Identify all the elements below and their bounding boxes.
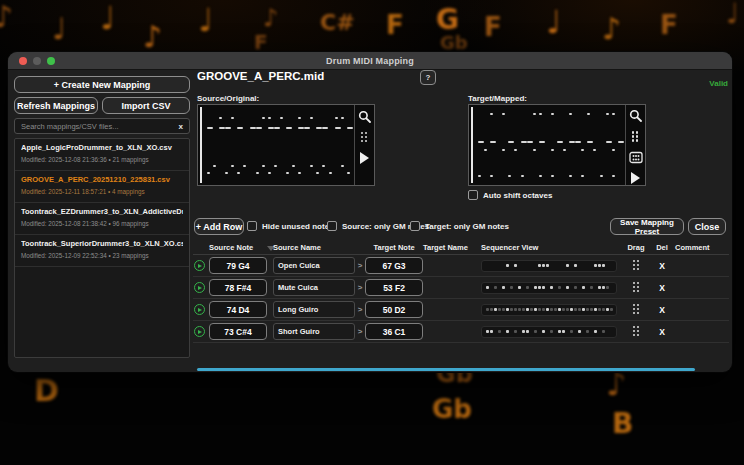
help-button[interactable]: ? xyxy=(420,70,436,85)
midi-note xyxy=(316,172,319,174)
sequencer-step-dot xyxy=(510,286,513,289)
music-note-glyph: ♪ xyxy=(263,6,278,30)
hide-unused-notes-option: Hide unused notes xyxy=(247,221,334,231)
hide-unused-notes-checkbox[interactable] xyxy=(247,221,257,231)
horizontal-scrollbar[interactable] xyxy=(197,368,695,371)
midi-note xyxy=(268,117,271,119)
music-note-glyph: F xyxy=(484,14,502,40)
target-only-gm-checkbox[interactable] xyxy=(410,221,420,231)
target-name-cell[interactable] xyxy=(423,301,481,318)
sequencer-view[interactable] xyxy=(481,304,617,316)
source-only-gm-checkbox[interactable] xyxy=(327,221,337,231)
midi-note xyxy=(237,172,240,174)
save-mapping-preset-button[interactable]: Save Mapping Preset xyxy=(610,218,684,235)
row-drag-handle[interactable] xyxy=(623,282,649,293)
mapping-list-item[interactable]: Toontrack_EZDrummer3_to_XLN_AddictiveDru… xyxy=(15,203,189,235)
target-piano-roll[interactable] xyxy=(468,104,646,186)
create-new-mapping-button[interactable]: + Create New Mapping xyxy=(14,76,190,93)
target-name-cell[interactable] xyxy=(423,323,481,340)
mapping-file-name: Apple_LogicProDrummer_to_XLN_XO.csv xyxy=(21,143,183,152)
midi-note xyxy=(347,172,350,174)
sequencer-step-dot xyxy=(578,330,581,333)
mapping-file-meta: Modified: 2025-12-08 21:36:36 • 21 mappi… xyxy=(21,156,183,163)
music-note-glyph: F xyxy=(660,12,678,38)
source-name-input[interactable]: Mute Cuica xyxy=(273,279,355,296)
drag-dots-icon[interactable] xyxy=(629,130,643,144)
magnifier-icon[interactable] xyxy=(358,109,372,123)
target-name-cell[interactable] xyxy=(423,257,481,274)
comment-cell[interactable] xyxy=(675,301,729,318)
col-drag[interactable]: Drag xyxy=(623,243,649,252)
sequencer-step-dot xyxy=(602,330,605,333)
row-delete-button[interactable]: X xyxy=(649,305,675,315)
row-play-button[interactable] xyxy=(194,260,205,271)
row-delete-button[interactable]: X xyxy=(649,283,675,293)
search-clear-button[interactable]: x xyxy=(177,122,185,131)
row-drag-handle[interactable] xyxy=(623,304,649,315)
drum-pad-icon[interactable] xyxy=(629,151,643,165)
magnifier-icon[interactable] xyxy=(629,109,643,123)
target-note-input[interactable]: 67 G3 xyxy=(365,257,423,274)
music-note-glyph: ♪ xyxy=(606,368,626,400)
target-note-input[interactable]: 50 D2 xyxy=(365,301,423,318)
target-note-input[interactable]: 36 C1 xyxy=(365,323,423,340)
source-note-input[interactable]: 79 G4 xyxy=(209,257,267,274)
target-name-cell[interactable] xyxy=(423,279,481,296)
col-source-name[interactable]: Source Name xyxy=(273,243,355,252)
sequencer-view[interactable] xyxy=(481,260,617,272)
mapping-file-name: Toontrack_EZDrummer3_to_XLN_AddictiveDru… xyxy=(21,207,183,216)
sequencer-view[interactable] xyxy=(481,326,617,338)
refresh-mappings-button[interactable]: Refresh Mappings xyxy=(14,97,98,114)
source-name-input[interactable]: Long Guiro xyxy=(273,301,355,318)
source-piano-roll[interactable] xyxy=(197,104,375,186)
col-del[interactable]: Del xyxy=(649,243,675,252)
table-row: 74 D4Long Guiro>50 D2X xyxy=(193,299,729,321)
source-note-input[interactable]: 74 D4 xyxy=(209,301,267,318)
table-row: 79 G4Open Cuica>67 G3X xyxy=(193,255,729,277)
comment-cell[interactable] xyxy=(675,323,729,340)
row-delete-button[interactable]: X xyxy=(649,327,675,337)
sequencer-step-dot xyxy=(566,264,569,267)
row-delete-button[interactable]: X xyxy=(649,261,675,271)
auto-shift-octaves-checkbox[interactable] xyxy=(468,190,478,200)
mapping-list-item[interactable]: Apple_LogicProDrummer_to_XLN_XO.csvModif… xyxy=(15,139,189,171)
midi-note xyxy=(593,149,596,151)
play-icon[interactable] xyxy=(358,151,372,165)
import-csv-button[interactable]: Import CSV xyxy=(102,97,190,114)
midi-note xyxy=(341,165,344,167)
drag-dots-icon[interactable] xyxy=(358,130,372,144)
col-source-note[interactable]: Source Note xyxy=(209,243,267,252)
col-target-name[interactable]: Target Name xyxy=(423,243,481,252)
sequencer-view[interactable] xyxy=(481,282,617,294)
col-comment[interactable]: Comment xyxy=(675,243,729,252)
mapping-list-item[interactable]: Toontrack_SuperiorDrummer3_to_XLN_XO.csv… xyxy=(15,235,189,267)
comment-cell[interactable] xyxy=(675,279,729,296)
col-target-note[interactable]: Target Note xyxy=(365,243,423,252)
search-input[interactable] xyxy=(19,121,177,132)
sequencer-step-dot xyxy=(546,264,549,267)
midi-note xyxy=(262,117,265,119)
add-row-button[interactable]: + Add Row xyxy=(194,218,244,235)
music-note-glyph: Gb xyxy=(440,34,468,52)
row-play-button[interactable] xyxy=(194,282,205,293)
midi-note xyxy=(310,165,313,167)
music-note-glyph: ♪ xyxy=(143,22,162,52)
row-drag-handle[interactable] xyxy=(623,326,649,337)
row-drag-handle[interactable] xyxy=(623,260,649,271)
source-name-input[interactable]: Open Cuica xyxy=(273,257,355,274)
source-note-input[interactable]: 73 C#4 xyxy=(209,323,267,340)
row-play-button[interactable] xyxy=(194,326,205,337)
col-sequencer-view[interactable]: Sequencer View xyxy=(481,243,623,252)
source-note-input[interactable]: 78 F#4 xyxy=(209,279,267,296)
row-play-button[interactable] xyxy=(194,304,205,315)
close-button[interactable]: Close xyxy=(688,218,726,235)
source-name-input[interactable]: Short Guiro xyxy=(273,323,355,340)
midi-note xyxy=(347,127,353,129)
mapping-list-item[interactable]: GROOVE_A_PERC_20251210_225831.csvModifie… xyxy=(15,171,189,203)
note-lane xyxy=(206,127,352,130)
sequencer-step-dot xyxy=(490,330,493,333)
midi-note xyxy=(551,113,554,115)
target-note-input[interactable]: 53 F2 xyxy=(365,279,423,296)
play-icon[interactable] xyxy=(629,171,643,185)
comment-cell[interactable] xyxy=(675,257,729,274)
